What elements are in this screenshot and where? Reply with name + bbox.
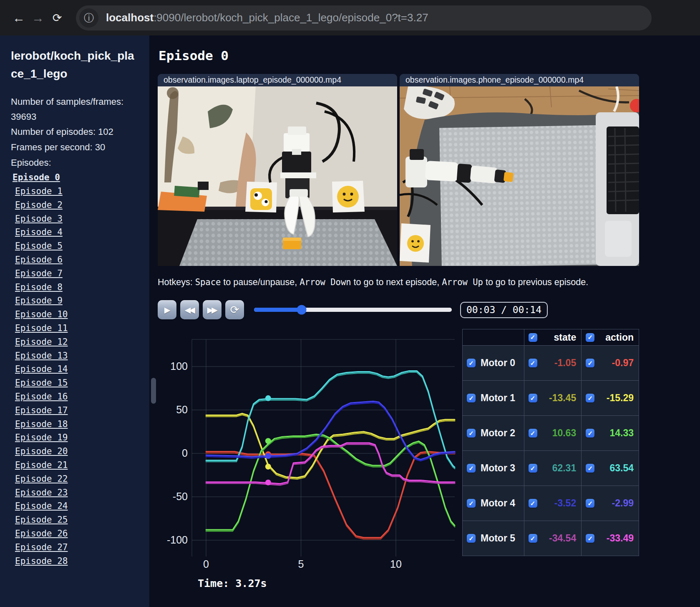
episode-link-6[interactable]: Episode 6 bbox=[11, 253, 139, 267]
checkbox[interactable]: ✓ bbox=[586, 534, 594, 543]
action-value: -15.29 bbox=[607, 392, 634, 404]
checkbox[interactable]: ✓ bbox=[529, 394, 537, 402]
seek-thumb[interactable] bbox=[297, 305, 306, 315]
stat-fps: Frames per second: 30 bbox=[11, 140, 139, 155]
hotkeys-prefix: Hotkeys: bbox=[158, 277, 195, 287]
checkbox[interactable]: ✓ bbox=[529, 333, 537, 342]
phone-scene bbox=[400, 86, 639, 266]
chart-canvas[interactable]: 100500-50-1000510Time: 3.27s bbox=[158, 329, 460, 596]
dataset-stats: Number of samples/frames: 39693 Number o… bbox=[11, 94, 139, 170]
episode-link-28[interactable]: Episode 28 bbox=[11, 554, 139, 568]
main-panel: Episode 0 observation.images.laptop_epis… bbox=[149, 35, 700, 607]
action-value: -33.49 bbox=[607, 533, 634, 544]
episode-link-0[interactable]: Episode 0 bbox=[11, 171, 139, 185]
checkbox[interactable]: ✓ bbox=[467, 429, 476, 438]
video-card-laptop: observation.images.laptop_episode_000000… bbox=[158, 74, 397, 266]
svg-text:5: 5 bbox=[298, 558, 304, 570]
column-header: state bbox=[554, 332, 577, 343]
checkbox[interactable]: ✓ bbox=[586, 464, 594, 473]
hotkey-arrow-up: Arrow Up bbox=[442, 277, 483, 287]
laptop-scene bbox=[158, 86, 397, 266]
page-info-icon[interactable]: ⓘ bbox=[79, 8, 98, 28]
loop-icon: ⟳ bbox=[230, 304, 239, 316]
episode-link-17[interactable]: Episode 17 bbox=[11, 404, 139, 417]
video-frame-phone[interactable] bbox=[400, 86, 639, 266]
rewind-button[interactable]: ◀◀ bbox=[180, 300, 199, 319]
sidebar: lerobot/koch_pick_place_1_lego Number of… bbox=[0, 35, 149, 607]
episode-link-26[interactable]: Episode 26 bbox=[11, 527, 139, 541]
scrollbar-thumb[interactable] bbox=[151, 378, 156, 404]
checkbox[interactable]: ✓ bbox=[586, 333, 594, 342]
episode-link-7[interactable]: Episode 7 bbox=[11, 267, 139, 281]
checkbox[interactable]: ✓ bbox=[586, 359, 594, 367]
svg-text:-100: -100 bbox=[167, 534, 188, 546]
episode-link-8[interactable]: Episode 8 bbox=[11, 281, 139, 294]
episode-link-13[interactable]: Episode 13 bbox=[11, 349, 139, 363]
motor-label: Motor 5 bbox=[481, 533, 519, 544]
fast-forward-button[interactable]: ▶▶ bbox=[203, 300, 222, 319]
hotkey-arrow-down: Arrow Down bbox=[300, 277, 351, 287]
checkbox[interactable]: ✓ bbox=[586, 394, 594, 402]
svg-text:10: 10 bbox=[390, 558, 402, 570]
episode-link-14[interactable]: Episode 14 bbox=[11, 362, 139, 376]
seek-slider[interactable] bbox=[254, 308, 452, 312]
url-bar[interactable]: ⓘ localhost:9090/lerobot/koch_pick_place… bbox=[76, 5, 652, 30]
hotkeys-help: Hotkeys: Space to pause/unpause, Arrow D… bbox=[158, 277, 700, 288]
checkbox[interactable]: ✓ bbox=[529, 429, 537, 438]
checkbox[interactable]: ✓ bbox=[529, 534, 537, 543]
episode-link-11[interactable]: Episode 11 bbox=[11, 321, 139, 335]
checkbox[interactable]: ✓ bbox=[467, 464, 476, 473]
video-title-laptop: observation.images.laptop_episode_000000… bbox=[158, 74, 397, 86]
checkbox[interactable]: ✓ bbox=[529, 499, 537, 508]
hotkeys-mid2: to go to next episode, bbox=[351, 277, 442, 287]
loop-button[interactable]: ⟳ bbox=[225, 300, 244, 319]
episode-link-24[interactable]: Episode 24 bbox=[11, 499, 139, 513]
video-frame-laptop[interactable] bbox=[158, 86, 397, 266]
motor-label: Motor 1 bbox=[481, 392, 519, 404]
episode-link-19[interactable]: Episode 19 bbox=[11, 431, 139, 445]
episode-link-21[interactable]: Episode 21 bbox=[11, 458, 139, 472]
checkbox[interactable]: ✓ bbox=[467, 534, 476, 543]
checkbox[interactable]: ✓ bbox=[586, 429, 594, 438]
fast-forward-icon: ▶▶ bbox=[207, 305, 217, 315]
svg-text:50: 50 bbox=[176, 404, 188, 415]
episode-link-12[interactable]: Episode 12 bbox=[11, 335, 139, 349]
column-header: action bbox=[605, 332, 634, 343]
svg-text:0: 0 bbox=[203, 558, 209, 570]
checkbox[interactable]: ✓ bbox=[586, 499, 594, 508]
episode-link-16[interactable]: Episode 16 bbox=[11, 390, 139, 404]
episode-link-1[interactable]: Episode 1 bbox=[11, 185, 139, 198]
checkbox[interactable]: ✓ bbox=[467, 359, 476, 367]
episode-link-22[interactable]: Episode 22 bbox=[11, 472, 139, 486]
episode-link-2[interactable]: Episode 2 bbox=[11, 198, 139, 212]
back-icon[interactable]: ← bbox=[9, 11, 28, 25]
episode-link-20[interactable]: Episode 20 bbox=[11, 445, 139, 458]
episode-link-15[interactable]: Episode 15 bbox=[11, 376, 139, 390]
episode-link-5[interactable]: Episode 5 bbox=[11, 239, 139, 253]
episode-list: Episode 0Episode 1Episode 2Episode 3Epis… bbox=[11, 171, 139, 568]
checkbox[interactable]: ✓ bbox=[467, 394, 476, 402]
hotkeys-mid1: to pause/unpause, bbox=[221, 277, 300, 287]
episode-link-10[interactable]: Episode 10 bbox=[11, 308, 139, 321]
episode-link-23[interactable]: Episode 23 bbox=[11, 486, 139, 500]
time-display: 00:03 / 00:14 bbox=[460, 302, 548, 318]
episode-link-18[interactable]: Episode 18 bbox=[11, 417, 139, 431]
checkbox[interactable]: ✓ bbox=[467, 499, 476, 508]
seek-fill bbox=[254, 308, 302, 312]
url-path: :9090/lerobot/koch_pick_place_1_lego/epi… bbox=[154, 11, 428, 24]
episode-link-9[interactable]: Episode 9 bbox=[11, 294, 139, 308]
state-value: -13.45 bbox=[549, 392, 576, 404]
svg-text:0: 0 bbox=[182, 447, 188, 459]
episode-link-3[interactable]: Episode 3 bbox=[11, 212, 139, 226]
forward-icon[interactable]: → bbox=[28, 11, 48, 25]
episode-link-4[interactable]: Episode 4 bbox=[11, 225, 139, 239]
episode-link-25[interactable]: Episode 25 bbox=[11, 513, 139, 527]
motor-label: Motor 4 bbox=[481, 498, 519, 509]
checkbox[interactable]: ✓ bbox=[529, 464, 537, 473]
table-row: ✓Motor 5✓-34.54✓-33.49 bbox=[463, 521, 639, 556]
table-row: ✓Motor 1✓-13.45✓-15.29 bbox=[463, 381, 639, 416]
reload-icon[interactable]: ⟳ bbox=[48, 11, 67, 25]
checkbox[interactable]: ✓ bbox=[529, 359, 537, 367]
play-button[interactable]: ▶ bbox=[158, 300, 176, 319]
episode-link-27[interactable]: Episode 27 bbox=[11, 541, 139, 554]
